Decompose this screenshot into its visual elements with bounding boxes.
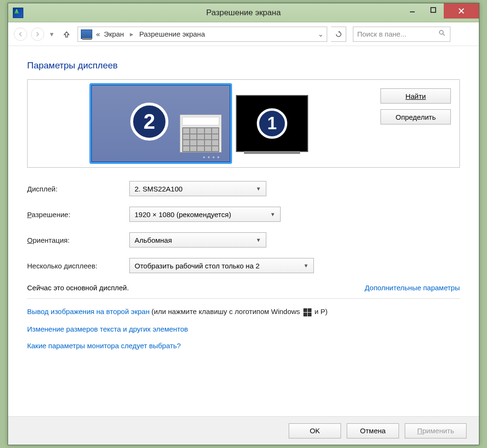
content-area: Параметры дисплеев 2 1 Найти Определить (8, 46, 479, 416)
up-button[interactable] (61, 30, 72, 38)
orientation-select[interactable]: Альбомная ▼ (129, 232, 266, 248)
search-icon (438, 29, 446, 38)
minimize-button[interactable] (402, 3, 423, 17)
display-select[interactable]: 2. SMS22A100 ▼ (129, 181, 266, 196)
svg-point-4 (439, 30, 443, 34)
text-size-link[interactable]: Изменение размеров текста и других элеме… (27, 325, 188, 333)
detect-button[interactable]: Найти (380, 88, 451, 104)
advanced-settings-link[interactable]: Дополнительные параметры (365, 284, 460, 292)
search-input[interactable]: Поиск в пане... (353, 27, 450, 42)
chevron-down-icon: ▼ (303, 263, 309, 268)
monitor-1-number: 1 (257, 108, 287, 139)
nav-toolbar: ▾ « Экран ▸ Разрешение экрана ⌄ Поиск в … (8, 22, 479, 46)
svg-line-5 (443, 34, 445, 36)
screen-resolution-window: Разрешение экрана ▾ « Экран ▸ (8, 3, 479, 445)
refresh-button[interactable] (331, 27, 346, 42)
maximize-button[interactable] (423, 3, 444, 17)
monitor-icon (81, 29, 92, 39)
windows-logo-icon (303, 308, 312, 316)
chevron-right-icon: ▸ (130, 30, 134, 38)
divider (27, 298, 460, 299)
breadcrumb-resolution[interactable]: Разрешение экрана (139, 30, 205, 38)
address-bar[interactable]: « Экран ▸ Разрешение экрана ⌄ (78, 27, 327, 42)
chevron-down-icon: ▼ (270, 211, 275, 217)
display-label: Дисплей: (27, 185, 129, 193)
project-second-screen-link[interactable]: Вывод изображения на второй экран (27, 307, 149, 315)
window-overlay-icon (180, 114, 222, 153)
main-display-status: Сейчас это основной дисплей. (27, 284, 129, 292)
search-placeholder: Поиск в пане... (357, 30, 406, 38)
multiple-displays-select[interactable]: Отобразить рабочий стол только на 2 ▼ (129, 258, 314, 273)
page-heading: Параметры дисплеев (27, 60, 460, 71)
svg-rect-1 (431, 8, 436, 12)
back-button[interactable] (14, 28, 27, 41)
breadcrumb-prefix: « (96, 30, 100, 38)
chevron-down-icon: ▼ (256, 186, 261, 191)
dialog-footer: OK Отмена Применить (8, 416, 479, 445)
monitor-1[interactable]: 1 (236, 95, 308, 152)
close-button[interactable] (444, 3, 479, 19)
ok-button[interactable]: OK (289, 423, 341, 438)
which-settings-link[interactable]: Какие параметры монитора следует выбрать… (27, 342, 181, 350)
apply-button[interactable]: Применить (405, 423, 467, 438)
orientation-label: Ориентация: (27, 236, 129, 244)
history-dropdown[interactable]: ▾ (48, 30, 56, 38)
cancel-button[interactable]: Отмена (347, 423, 399, 438)
display-arrangement[interactable]: 2 1 Найти Определить (27, 79, 460, 168)
multiple-displays-label: Несколько дисплеев: (27, 262, 129, 270)
identify-button[interactable]: Определить (380, 109, 451, 124)
titlebar: Разрешение экрана (8, 3, 479, 22)
monitor-2-number: 2 (130, 103, 168, 141)
resolution-select[interactable]: 1920 × 1080 (рекомендуется) ▼ (129, 207, 281, 222)
resolution-label: Разрешение: (27, 210, 129, 219)
monitor-2[interactable]: 2 (89, 83, 232, 164)
breadcrumb-screen[interactable]: Экран (104, 30, 124, 38)
chevron-down-icon: ▼ (256, 237, 261, 243)
address-dropdown[interactable]: ⌄ (318, 30, 324, 38)
forward-button[interactable] (31, 28, 44, 41)
